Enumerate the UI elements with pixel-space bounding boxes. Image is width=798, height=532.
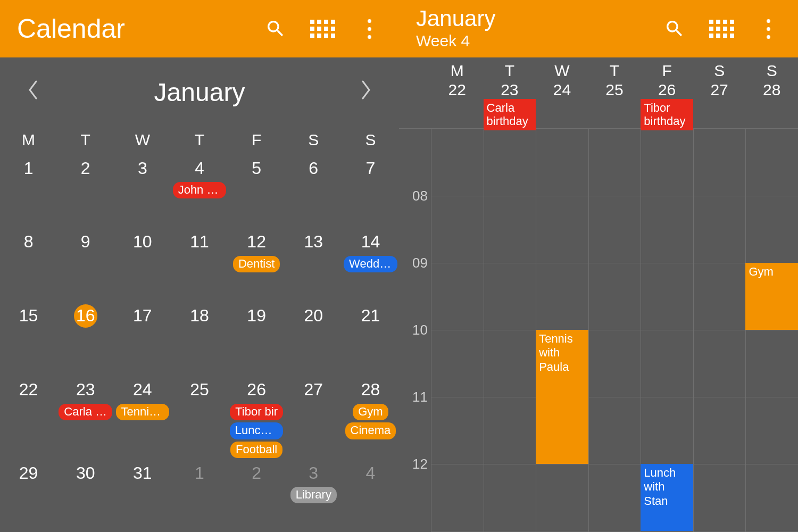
event-chip[interactable]: Tibor bir (230, 404, 283, 420)
day-cell[interactable]: 24Tennis w (114, 375, 171, 458)
overflow-menu-icon[interactable] (758, 18, 779, 39)
day-number: 9 (74, 230, 97, 254)
day-number: 8 (17, 230, 40, 254)
week-grid[interactable]: 0809101112 GymTennis with PaulaLunch wit… (399, 129, 798, 532)
day-number: 29 (17, 461, 40, 485)
day-cell[interactable]: 4John birt (171, 153, 228, 227)
event-chip[interactable]: Wedding (344, 256, 397, 272)
day-cell[interactable]: 15 (0, 301, 57, 375)
event-chip[interactable]: Dentist (233, 256, 280, 272)
day-cell[interactable]: 8 (0, 227, 57, 301)
day-cell[interactable]: 6 (285, 153, 342, 227)
week-day-header-cell[interactable]: F26 (641, 57, 693, 99)
day-cell[interactable]: 1 (0, 153, 57, 227)
day-cell[interactable]: 19 (228, 301, 285, 375)
day-cell[interactable]: 3 (114, 153, 171, 227)
week-event[interactable]: Lunch with Stan (641, 464, 693, 531)
day-cell[interactable]: 29 (0, 458, 57, 532)
day-number: 5 (245, 156, 268, 180)
date-number: 25 (588, 81, 641, 99)
week-day-header-cell[interactable]: S27 (693, 57, 746, 99)
view-grid-icon[interactable] (312, 18, 333, 39)
day-cell[interactable]: 31 (114, 458, 171, 532)
day-number: 3 (302, 461, 325, 485)
day-cell[interactable]: 3Library (285, 458, 342, 532)
day-number: 6 (302, 156, 325, 180)
day-cell[interactable]: 18 (171, 301, 228, 375)
event-chip[interactable]: Football (230, 442, 282, 458)
allday-event[interactable]: Tibor birthday (641, 99, 693, 130)
day-cell[interactable]: 20 (285, 301, 342, 375)
event-chip[interactable]: Cinema (345, 422, 396, 439)
date-number: 23 (484, 81, 536, 99)
day-number: 2 (74, 156, 97, 180)
month-pane: Calendar January MTWTFSS 1234John birt56… (0, 0, 399, 532)
week-day-header-cell[interactable]: M22 (431, 57, 484, 99)
week-pane: January Week 4 M22T23W24T25F26S27S28 Car… (399, 0, 798, 532)
week-body: M22T23W24T25F26S27S28 Carla birthdayTibo… (399, 57, 798, 532)
week-day-header-cell[interactable]: T25 (588, 57, 641, 99)
week-event[interactable]: Tennis with Paula (536, 330, 588, 464)
search-icon[interactable] (664, 18, 685, 39)
date-number: 27 (693, 81, 746, 99)
week-day-header-cell[interactable]: S28 (745, 57, 798, 99)
event-chip[interactable]: Library (290, 487, 337, 503)
week-allday-row: Carla birthdayTibor birthday (399, 99, 798, 129)
day-number: 24 (131, 378, 154, 402)
day-cell[interactable]: 28GymCinema (342, 375, 399, 458)
hour-label: 12 (412, 456, 428, 472)
month-header: Calendar (0, 0, 399, 57)
day-cell[interactable]: 1 (171, 458, 228, 532)
prev-month-button[interactable] (21, 74, 45, 111)
day-number: 25 (188, 378, 211, 402)
day-cell[interactable]: 11 (171, 227, 228, 301)
day-cell[interactable]: 25 (171, 375, 228, 458)
search-icon[interactable] (265, 18, 286, 39)
hour-label: 11 (412, 389, 428, 405)
day-number: 4 (188, 156, 211, 180)
event-chip[interactable]: John birt (173, 182, 227, 198)
week-day-header-cell[interactable]: W24 (536, 57, 588, 99)
next-month-button[interactable] (354, 74, 378, 111)
day-cell[interactable]: 2 (228, 458, 285, 532)
view-grid-icon[interactable] (711, 18, 732, 39)
day-cell[interactable]: 10 (114, 227, 171, 301)
week-number: Week 4 (416, 32, 664, 50)
day-cell[interactable]: 4 (342, 458, 399, 532)
event-chip[interactable]: Tennis w (116, 404, 170, 420)
event-chip[interactable]: Gym (353, 404, 388, 420)
day-cell[interactable]: 22 (0, 375, 57, 458)
date-number: 28 (745, 81, 798, 99)
day-number: 19 (245, 304, 268, 328)
day-cell[interactable]: 14Wedding (342, 227, 399, 301)
day-number: 1 (188, 461, 211, 485)
day-cell[interactable]: 9 (57, 227, 114, 301)
event-chip[interactable]: Lunch w (230, 422, 284, 439)
week-month: January (416, 7, 664, 30)
day-cell[interactable]: 12Dentist (228, 227, 285, 301)
month-nav: January (0, 57, 399, 127)
day-cell[interactable]: 2 (57, 153, 114, 227)
allday-event[interactable]: Carla birthday (484, 99, 536, 130)
day-number: 31 (131, 461, 154, 485)
overflow-menu-icon[interactable] (359, 18, 380, 39)
day-cell[interactable]: 21 (342, 301, 399, 375)
day-cell[interactable]: 7 (342, 153, 399, 227)
week-event[interactable]: Gym (745, 263, 798, 330)
week-day-header-cell[interactable]: T23 (484, 57, 536, 99)
day-number: 12 (245, 230, 268, 254)
dow-label: W (114, 131, 171, 149)
day-number: 3 (131, 156, 154, 180)
day-cell[interactable]: 30 (57, 458, 114, 532)
day-cell[interactable]: 13 (285, 227, 342, 301)
day-cell[interactable]: 23Carla bir (57, 375, 114, 458)
hour-label: 10 (412, 322, 428, 338)
day-cell[interactable]: 5 (228, 153, 285, 227)
day-cell[interactable]: 27 (285, 375, 342, 458)
event-chip[interactable]: Carla bir (59, 404, 112, 420)
day-cell[interactable]: 26Tibor birLunch wFootball (228, 375, 285, 458)
dow-label: T (171, 131, 228, 149)
dow-label: T (484, 62, 536, 80)
day-cell[interactable]: 17 (114, 301, 171, 375)
day-cell[interactable]: 16 (57, 301, 114, 375)
